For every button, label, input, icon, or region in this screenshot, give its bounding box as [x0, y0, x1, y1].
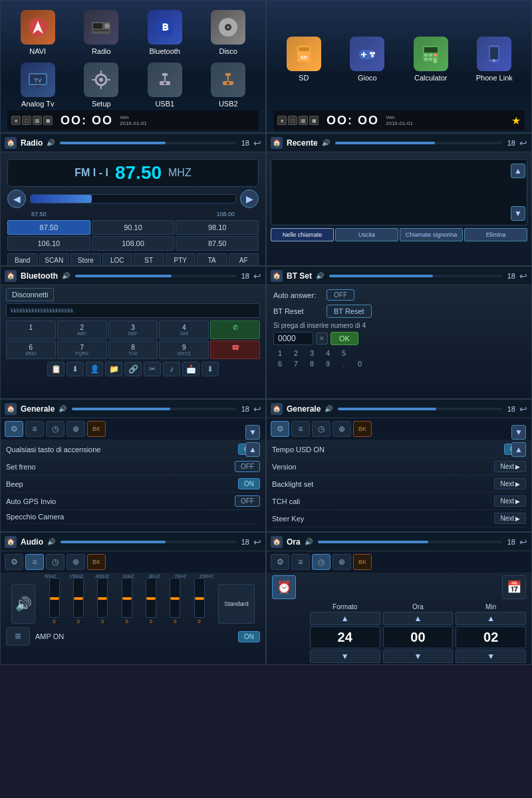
bt-action-5[interactable]: 🔗 — [124, 362, 142, 376]
radio-preset-1[interactable]: 87.50 — [7, 220, 90, 235]
recente-tab-3[interactable]: Elimina — [464, 228, 527, 241]
gen1-toggle-2[interactable]: ON — [238, 478, 260, 489]
gen2-next-btn-3[interactable]: Next ▶ — [494, 495, 526, 507]
gen2-scroll-down[interactable]: ▼ — [511, 425, 526, 440]
recente-tab-1[interactable]: Uscita — [335, 228, 398, 241]
btset-auto-toggle[interactable]: OFF — [327, 289, 354, 301]
home-icon-calculator[interactable]: Calculator — [400, 7, 462, 110]
ora-tab-globe[interactable]: ⊕ — [332, 554, 351, 570]
recente-tab-2[interactable]: Chiamate signorina — [400, 228, 463, 241]
radio-btn-st[interactable]: ST — [134, 253, 164, 266]
radio-preset-6[interactable]: 87.50 — [176, 236, 259, 251]
gen1-toggle-1[interactable]: OFF — [235, 461, 260, 472]
eq-slider-5[interactable] — [170, 578, 180, 618]
home-icon-gioco[interactable]: Gioco — [337, 7, 398, 110]
home-icon-navi[interactable]: NAVI — [7, 7, 68, 58]
ora-hour-up[interactable]: ▲ — [383, 612, 454, 625]
gen2-back-btn[interactable]: ↩ — [519, 404, 527, 414]
btset-home-icon[interactable]: 🏠 — [271, 270, 283, 282]
gen1-home-icon[interactable]: 🏠 — [5, 403, 17, 415]
eq-slider-1[interactable] — [73, 578, 84, 618]
eq-slider-2[interactable] — [97, 578, 108, 618]
gen2-next-btn-1[interactable]: Next ▶ — [494, 461, 526, 472]
recente-scroll-down-btn[interactable]: ▼ — [511, 206, 525, 221]
bt-action-1[interactable]: 📋 — [47, 362, 65, 376]
audio-tab-bk[interactable]: BK — [87, 554, 106, 570]
ora-tab-gear[interactable]: ⚙ — [271, 554, 289, 570]
bt-key-3[interactable]: 3DEF — [108, 321, 158, 339]
bt-action-2[interactable]: ⬇ — [66, 362, 84, 376]
ora-format-down[interactable]: ▼ — [310, 650, 380, 663]
bt-key-7[interactable]: 7PQRS — [57, 340, 107, 359]
ora-calendar-icon-btn[interactable]: 📅 — [502, 575, 526, 599]
radio-prev-btn[interactable]: ◀ — [7, 190, 26, 208]
gen1-toggle-3[interactable]: OFF — [235, 495, 260, 507]
ora-hour-down[interactable]: ▼ — [383, 650, 454, 663]
home-icon-setup[interactable]: Setup — [71, 61, 132, 111]
gen2-tab-eq[interactable]: ≡ — [291, 421, 310, 437]
audio-tab-clock[interactable]: ◷ — [46, 554, 65, 570]
bt-key-1[interactable]: 1 — [6, 321, 56, 339]
bt-action-7[interactable]: ♪ — [163, 362, 180, 376]
ora-tab-eq[interactable]: ≡ — [291, 554, 310, 570]
ora-home-icon[interactable]: 🏠 — [271, 536, 283, 548]
btset-ok-btn[interactable]: OK — [331, 332, 358, 345]
recente-tab-0[interactable]: Nelle chiamate — [271, 228, 334, 241]
eq-slider-4[interactable] — [146, 578, 156, 618]
home-icon-radio[interactable]: Radio — [71, 7, 132, 58]
radio-btn-loc[interactable]: LOC — [102, 253, 133, 266]
gen1-tab-clock[interactable]: ◷ — [46, 421, 65, 437]
radio-preset-5[interactable]: 108.00 — [92, 236, 175, 251]
radio-preset-4[interactable]: 106.10 — [7, 236, 90, 251]
gen2-tab-globe[interactable]: ⊕ — [332, 421, 351, 437]
gen1-scroll-up[interactable]: ▲ — [245, 442, 260, 457]
gen1-tab-eq[interactable]: ≡ — [25, 421, 44, 437]
gen2-next-btn-4[interactable]: Next ▶ — [494, 513, 526, 524]
radio-btn-scan[interactable]: SCAN — [39, 253, 70, 266]
radio-preset-2[interactable]: 90.10 — [92, 220, 175, 235]
radio-btn-band[interactable]: Band — [7, 253, 38, 266]
home-icon-phonelink[interactable]: Phone Link — [464, 7, 525, 110]
audio-amp-toggle[interactable]: ON — [238, 631, 260, 642]
gen2-tab-gear[interactable]: ⚙ — [271, 421, 289, 437]
gen2-scroll-up[interactable]: ▲ — [511, 442, 526, 457]
gen2-tab-bk[interactable]: BK — [353, 421, 372, 437]
radio-home-icon[interactable]: 🏠 — [5, 137, 17, 149]
bt-key-endcall[interactable]: ☎ — [210, 340, 260, 359]
ora-format-up[interactable]: ▲ — [310, 612, 380, 625]
btset-pin-input[interactable]: 0000 — [273, 332, 313, 345]
gen2-tab-clock[interactable]: ◷ — [312, 421, 331, 437]
ora-clock-icon-btn[interactable]: ⏰ — [272, 575, 296, 599]
ora-tab-clock[interactable]: ◷ — [312, 554, 331, 570]
bt-key-4[interactable]: 4GHI — [159, 321, 209, 339]
home-icon-analogtv[interactable]: TV Analog Tv — [7, 61, 68, 111]
recente-home-icon[interactable]: 🏠 — [271, 137, 283, 149]
bt-key-9[interactable]: 9WXYZ — [159, 340, 209, 359]
home-icon-bluetooth[interactable]: ʙ Bluetooth — [134, 7, 196, 58]
bt-action-8[interactable]: 📩 — [182, 362, 200, 376]
gen2-next-btn-2[interactable]: Next ▶ — [494, 478, 526, 489]
bt-disconnect-btn[interactable]: Disconnetti — [6, 288, 54, 301]
radio-btn-pty[interactable]: PTY — [166, 253, 196, 266]
audio-back-btn[interactable]: ↩ — [253, 537, 261, 547]
gen2-home-icon[interactable]: 🏠 — [271, 403, 283, 415]
recente-back-btn[interactable]: ↩ — [519, 138, 527, 148]
recente-scroll-up-btn[interactable]: ▲ — [511, 164, 525, 178]
eq-slider-3[interactable] — [122, 578, 132, 618]
bt-key-call[interactable]: ✆ — [210, 321, 260, 339]
ora-tab-bk[interactable]: BK — [353, 554, 372, 570]
btset-clear-btn[interactable]: ✕ — [316, 332, 328, 344]
radio-btn-af[interactable]: AF — [229, 253, 259, 266]
bt-action-4[interactable]: 📁 — [105, 362, 122, 376]
bt-home-icon[interactable]: 🏠 — [5, 270, 17, 282]
audio-home-icon[interactable]: 🏠 — [5, 536, 17, 548]
btset-back-btn[interactable]: ↩ — [519, 271, 527, 281]
bt-action-3[interactable]: 👤 — [86, 362, 103, 376]
audio-tab-eq[interactable]: ≡ — [25, 554, 44, 570]
radio-btn-ta[interactable]: TA — [197, 253, 227, 266]
radio-next-btn[interactable]: ▶ — [240, 190, 259, 208]
btset-reset-btn[interactable]: BT Reset — [327, 305, 372, 318]
gen1-tab-bk[interactable]: BK — [87, 421, 106, 437]
radio-preset-3[interactable]: 98.10 — [176, 220, 259, 235]
radio-back-btn[interactable]: ↩ — [253, 138, 261, 148]
